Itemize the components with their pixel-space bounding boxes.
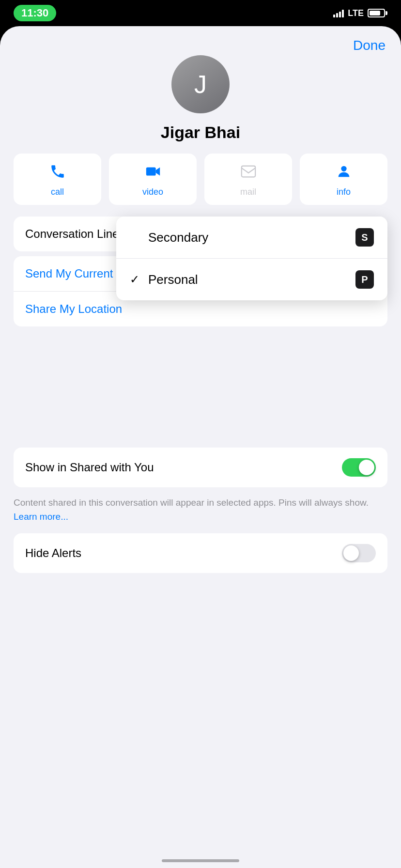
info-person-icon [336, 163, 352, 183]
avatar: J [171, 55, 230, 113]
conversation-section-wrapper: Conversation Line Personal Send My Curre… [0, 217, 401, 326]
mail-button[interactable]: mail [204, 154, 292, 205]
svg-rect-0 [146, 168, 155, 176]
shared-with-you-label: Show in Shared with You [25, 461, 154, 474]
toggle-knob [359, 460, 374, 475]
info-label: info [337, 187, 351, 197]
call-icon [49, 163, 66, 183]
checkmark-personal: ✓ [130, 273, 141, 286]
hide-alerts-row: Hide Alerts [14, 533, 387, 573]
status-icons: LTE [333, 8, 387, 18]
signal-icon [333, 9, 344, 17]
avatar-initial: J [194, 70, 207, 99]
hide-alerts-section: Hide Alerts [14, 533, 387, 573]
mail-icon [240, 163, 257, 183]
hide-alerts-label: Hide Alerts [25, 546, 81, 560]
shared-with-you-toggle[interactable] [342, 458, 376, 477]
lte-label: LTE [348, 8, 364, 18]
call-button[interactable]: call [14, 154, 101, 205]
video-label: video [142, 187, 163, 197]
personal-label: Personal [148, 272, 198, 287]
contact-name: Jigar Bhai [161, 123, 240, 142]
shared-with-you-section: Show in Shared with You [14, 448, 387, 487]
status-bar: 11:30 LTE [0, 0, 401, 26]
info-button[interactable]: info [300, 154, 387, 205]
secondary-badge: S [355, 228, 374, 247]
action-buttons-row: call video mail [0, 154, 401, 205]
secondary-label: Secondary [148, 230, 208, 245]
battery-icon [368, 9, 387, 17]
svg-rect-1 [241, 166, 255, 177]
main-content: Done J Jigar Bhai call video [0, 26, 401, 868]
hide-alerts-toggle-knob [343, 545, 359, 561]
video-icon [145, 163, 161, 183]
status-time: 11:30 [14, 5, 56, 21]
personal-badge: P [355, 270, 374, 289]
hide-alerts-toggle[interactable] [342, 544, 376, 562]
conversation-line-label: Conversation Line [25, 227, 119, 241]
call-label: call [51, 187, 64, 197]
done-button[interactable]: Done [353, 38, 386, 53]
video-button[interactable]: video [109, 154, 197, 205]
home-indicator [162, 859, 239, 862]
dropdown-item-personal[interactable]: ✓ Personal P [116, 259, 387, 300]
svg-point-2 [341, 166, 346, 171]
conversation-line-dropdown: Secondary S ✓ Personal P [116, 217, 387, 300]
shared-description: Content shared in this conversation will… [0, 492, 401, 533]
shared-with-you-row: Show in Shared with You [14, 448, 387, 487]
share-location-label: Share My Location [25, 302, 122, 315]
mail-label: mail [240, 187, 256, 197]
learn-more-link[interactable]: Learn more... [14, 512, 68, 522]
dropdown-item-secondary[interactable]: Secondary S [116, 217, 387, 259]
avatar-section: J Jigar Bhai [0, 26, 401, 154]
